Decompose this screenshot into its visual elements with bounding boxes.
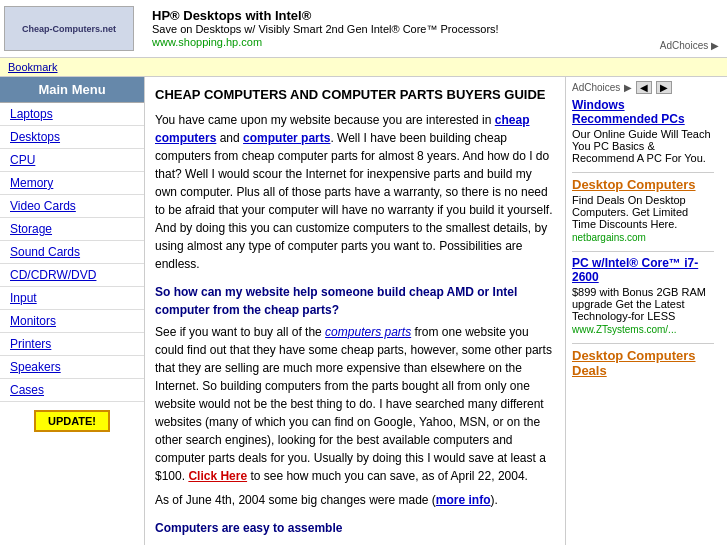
sidebar-item-video-cards[interactable]: Video Cards	[0, 195, 144, 218]
logo-text: Cheap-Computers.net	[22, 24, 116, 34]
bookmark-bar[interactable]: Bookmark	[0, 58, 727, 77]
ad-desktop-deals-title[interactable]: Desktop Computers Deals	[572, 348, 714, 378]
ad-nav-next[interactable]: ▶	[656, 81, 672, 94]
site-logo[interactable]: Cheap-Computers.net	[4, 6, 134, 51]
ad-windows-title[interactable]: Windows	[572, 98, 714, 112]
sidebar-item-desktops[interactable]: Desktops	[0, 126, 144, 149]
sidebar-item-monitors[interactable]: Monitors	[0, 310, 144, 333]
cheap-computers-link[interactable]: cheap computers	[155, 113, 529, 145]
computer-parts-link[interactable]: computer parts	[243, 131, 330, 145]
ad-nav-prev[interactable]: ◀	[636, 81, 652, 94]
ad-pc-intel-text: $899 with Bonus 2GB RAM upgrade Get the …	[572, 286, 714, 322]
ad-desktop-title[interactable]: Desktop Computers	[572, 177, 714, 192]
logo-area: Cheap-Computers.net	[4, 6, 144, 51]
ad-pc-intel-title[interactable]: PC w/Intel® Core™ i7-2600	[572, 256, 714, 284]
ad-link[interactable]: www.shopping.hp.com	[152, 36, 262, 48]
intro-paragraph-1: You have came upon my website because yo…	[155, 111, 555, 273]
sidebar-item-cases[interactable]: Cases	[0, 379, 144, 402]
right-sidebar: AdChoices ▶ ◀ ▶ Windows Recommended PCs …	[565, 77, 720, 545]
sidebar-item-cdrw[interactable]: CD/CDRW/DVD	[0, 264, 144, 287]
ad-pc-intel: PC w/Intel® Core™ i7-2600 $899 with Bonu…	[572, 256, 714, 335]
sidebar-item-printers[interactable]: Printers	[0, 333, 144, 356]
ad-windows-text: Our Online Guide Will Teach You PC Basic…	[572, 128, 714, 164]
intro-paragraph-3: Many people think that building computer…	[155, 541, 555, 546]
top-banner: Cheap-Computers.net HP® Desktops with In…	[0, 0, 727, 58]
sidebar-item-sound-cards[interactable]: Sound Cards	[0, 241, 144, 264]
ad-sub: Save on Desktops w/ Visibly Smart 2nd Ge…	[152, 23, 648, 35]
main-layout: Main Menu Laptops Desktops CPU Memory Vi…	[0, 77, 727, 545]
intro-paragraph-2: See if you want to buy all of the comput…	[155, 323, 555, 485]
adchoices-arrow: ▶	[624, 82, 632, 93]
sidebar-item-cpu[interactable]: CPU	[0, 149, 144, 172]
sidebar-item-storage[interactable]: Storage	[0, 218, 144, 241]
ad-desktop-computers: Desktop Computers Find Deals On Desktop …	[572, 177, 714, 243]
ad-divider-3	[572, 343, 714, 344]
adchoices-text: AdChoices	[572, 82, 620, 93]
ad-desktop-url: netbargains.com	[572, 232, 714, 243]
bookmark-label: Bookmark	[8, 61, 58, 73]
sidebar-item-input[interactable]: Input	[0, 287, 144, 310]
update-button[interactable]: UPDATE!	[34, 410, 110, 432]
ad-recommended-pcs-title[interactable]: Recommended PCs	[572, 112, 714, 126]
sidebar-item-laptops[interactable]: Laptops	[0, 103, 144, 126]
sidebar-item-speakers[interactable]: Speakers	[0, 356, 144, 379]
ad-title[interactable]: HP® Desktops with Intel®	[152, 8, 648, 23]
update-note: As of June 4th, 2004 some big changes we…	[155, 491, 555, 509]
adchoices-top: AdChoices ▶ ◀ ▶	[572, 81, 714, 94]
ad-desktop-deals: Desktop Computers Deals	[572, 348, 714, 378]
section-heading-1: So how can my website help someone build…	[155, 283, 555, 319]
ad-pc-intel-url: www.ZTsystems.com/...	[572, 324, 714, 335]
adchoices-label[interactable]: AdChoices ▶	[656, 38, 723, 53]
page-heading: CHEAP COMPUTERS AND COMPUTER PARTS BUYER…	[155, 85, 555, 105]
banner-ad: HP® Desktops with Intel® Save on Desktop…	[144, 4, 656, 53]
main-content: CHEAP COMPUTERS AND COMPUTER PARTS BUYER…	[145, 77, 565, 545]
ad-divider-1	[572, 172, 714, 173]
ad-desktop-text: Find Deals On Desktop Computers. Get Lim…	[572, 194, 714, 230]
sidebar: Main Menu Laptops Desktops CPU Memory Vi…	[0, 77, 145, 545]
click-here-link[interactable]: Click Here	[188, 469, 247, 483]
sidebar-item-memory[interactable]: Memory	[0, 172, 144, 195]
computers-parts-link[interactable]: computers parts	[325, 325, 411, 339]
ad-divider-2	[572, 251, 714, 252]
main-menu-header: Main Menu	[0, 77, 144, 103]
section-heading-2: Computers are easy to assemble	[155, 519, 555, 537]
more-info-link[interactable]: more info	[436, 493, 491, 507]
ad-windows: Windows Recommended PCs Our Online Guide…	[572, 98, 714, 164]
